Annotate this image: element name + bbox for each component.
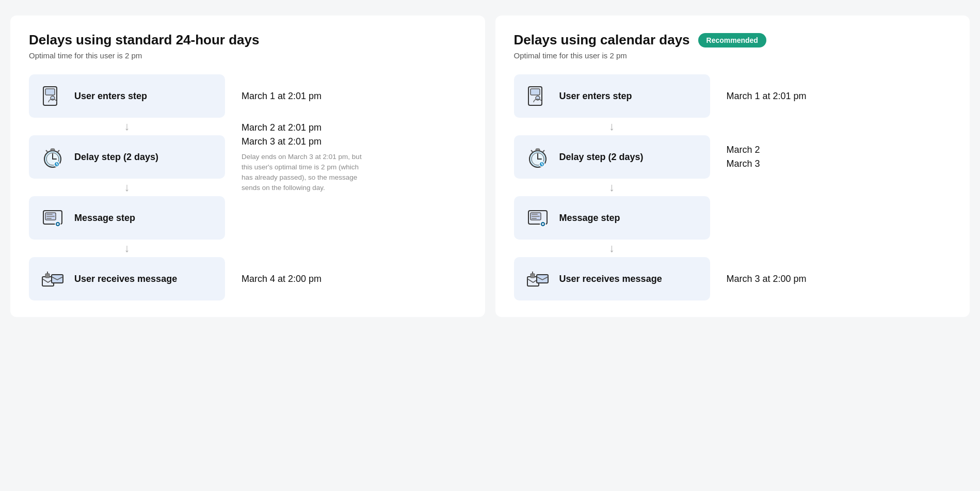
mailbox-icon-r xyxy=(524,265,551,292)
left-times-column: March 1 at 2:01 pm March 2 at 2:01 pm Ma… xyxy=(225,74,467,300)
left-time-delay: March 2 at 2:01 pm March 3 at 2:01 pm De… xyxy=(242,135,467,179)
right-arrow-1: ↓ xyxy=(609,121,615,132)
left-time-delay-line1: March 2 at 2:01 pm xyxy=(242,121,467,135)
right-time-delay-line1: March 2 xyxy=(727,143,952,157)
svg-rect-32 xyxy=(536,149,540,151)
svg-rect-42 xyxy=(532,218,537,219)
svg-rect-15 xyxy=(46,214,53,215)
left-panel-subtitle: Optimal time for this user is 2 pm xyxy=(29,51,467,60)
right-arrow-2: ↓ xyxy=(609,182,615,193)
arrow-2: ↓ xyxy=(124,182,130,193)
page-container: Delays using standard 24-hour days Optim… xyxy=(10,15,970,317)
left-time-message xyxy=(242,196,467,240)
right-time-delay-line2: March 3 xyxy=(727,157,952,171)
right-time-message xyxy=(727,196,952,240)
left-flow-area: User enters step ↓ xyxy=(29,74,467,300)
recommended-badge: Recommended xyxy=(698,33,766,47)
svg-rect-16 xyxy=(46,216,55,217)
left-step-receives: User receives message xyxy=(29,257,225,300)
profile-icon xyxy=(39,83,66,109)
right-time-delay: March 2 March 3 xyxy=(727,135,952,179)
left-time-delay-line2: March 3 at 2:01 pm xyxy=(242,135,467,149)
left-step-receives-label: User receives message xyxy=(74,274,177,284)
right-flow-area: User enters step ↓ xyxy=(514,74,952,300)
right-step-delay: Delay step (2 days) xyxy=(514,135,710,179)
left-time-receives: March 4 at 2:00 pm xyxy=(242,257,467,300)
svg-line-34 xyxy=(543,150,544,152)
svg-rect-41 xyxy=(532,216,540,217)
svg-rect-7 xyxy=(51,149,55,151)
right-arrow-3: ↓ xyxy=(609,243,615,254)
right-panel-header: Delays using calendar days Recommended O… xyxy=(514,32,952,60)
right-step-user-enters: User enters step xyxy=(514,74,710,118)
right-time-user-enters-text: March 1 at 2:01 pm xyxy=(727,89,807,103)
right-panel-subtitle: Optimal time for this user is 2 pm xyxy=(514,51,952,60)
svg-line-33 xyxy=(531,150,533,152)
right-step-user-enters-label: User enters step xyxy=(559,91,632,102)
right-steps-column: User enters step ↓ xyxy=(514,74,710,300)
left-time-user-enters-text: March 1 at 2:01 pm xyxy=(242,89,322,103)
left-panel-header: Delays using standard 24-hour days Optim… xyxy=(29,32,467,60)
svg-rect-17 xyxy=(46,218,52,219)
right-time-user-enters: March 1 at 2:01 pm xyxy=(727,74,952,118)
mailbox-icon xyxy=(39,265,66,292)
right-step-message-label: Message step xyxy=(559,213,620,224)
right-time-receives-text: March 3 at 2:00 pm xyxy=(727,272,807,286)
message-icon-r xyxy=(524,204,551,231)
left-step-delay: Delay step (2 days) xyxy=(29,135,225,179)
left-time-receives-text: March 4 at 2:00 pm xyxy=(242,272,322,286)
right-step-message: Message step xyxy=(514,196,710,240)
panel-divider xyxy=(485,15,495,317)
svg-rect-1 xyxy=(45,89,55,95)
svg-rect-22 xyxy=(52,275,63,283)
right-step-delay-label: Delay step (2 days) xyxy=(559,152,644,163)
left-panel: Delays using standard 24-hour days Optim… xyxy=(10,15,485,317)
right-step-receives-label: User receives message xyxy=(559,274,662,284)
left-step-user-enters-label: User enters step xyxy=(74,91,147,102)
svg-rect-47 xyxy=(537,275,548,283)
svg-line-9 xyxy=(58,150,59,152)
right-panel-title: Delays using calendar days xyxy=(514,32,690,48)
timer-icon xyxy=(39,144,66,170)
left-step-message: Message step xyxy=(29,196,225,240)
right-panel: Delays using calendar days Recommended O… xyxy=(495,15,970,317)
arrow-3: ↓ xyxy=(124,243,130,254)
timer-icon-r xyxy=(524,144,551,170)
profile-icon-r xyxy=(524,83,551,109)
right-times-column: March 1 at 2:01 pm March 2 March 3 March… xyxy=(710,74,952,300)
svg-rect-26 xyxy=(531,89,540,95)
message-icon xyxy=(39,204,66,231)
left-panel-title: Delays using standard 24-hour days xyxy=(29,32,259,48)
left-step-delay-label: Delay step (2 days) xyxy=(74,152,158,163)
left-step-user-enters: User enters step xyxy=(29,74,225,118)
svg-rect-48 xyxy=(531,274,535,278)
svg-rect-23 xyxy=(45,274,50,278)
svg-line-8 xyxy=(46,150,47,152)
right-step-receives: User receives message xyxy=(514,257,710,300)
right-time-receives: March 3 at 2:00 pm xyxy=(727,257,952,300)
svg-rect-40 xyxy=(532,214,538,215)
left-steps-column: User enters step ↓ xyxy=(29,74,225,300)
left-step-message-label: Message step xyxy=(74,213,135,224)
arrow-1: ↓ xyxy=(124,121,130,132)
left-time-user-enters: March 1 at 2:01 pm xyxy=(242,74,467,118)
